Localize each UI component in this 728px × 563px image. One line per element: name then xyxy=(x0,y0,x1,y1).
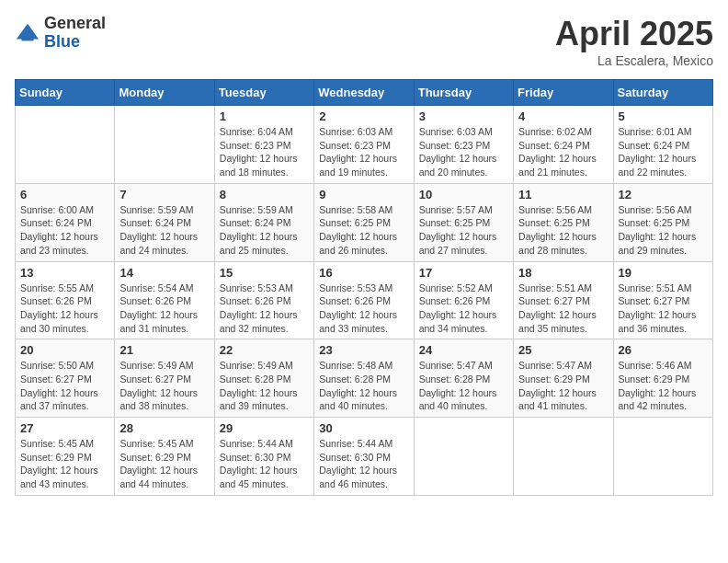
week-row-4: 20Sunrise: 5:50 AMSunset: 6:27 PMDayligh… xyxy=(16,339,713,418)
day-info: Sunrise: 5:46 AMSunset: 6:29 PMDaylight:… xyxy=(619,359,708,413)
day-number: 6 xyxy=(20,188,109,201)
day-info: Sunrise: 5:44 AMSunset: 6:30 PMDaylight:… xyxy=(319,437,408,491)
calendar-cell xyxy=(115,106,214,184)
logo-text: General Blue xyxy=(44,15,106,52)
calendar-cell: 27Sunrise: 5:45 AMSunset: 6:29 PMDayligh… xyxy=(16,418,115,496)
calendar-table: SundayMondayTuesdayWednesdayThursdayFrid… xyxy=(15,79,713,496)
day-number: 16 xyxy=(319,266,408,280)
day-info: Sunrise: 5:47 AMSunset: 6:29 PMDaylight:… xyxy=(518,359,608,413)
calendar-cell: 25Sunrise: 5:47 AMSunset: 6:29 PMDayligh… xyxy=(514,339,613,418)
day-info: Sunrise: 5:51 AMSunset: 6:27 PMDaylight:… xyxy=(518,282,608,336)
calendar-cell: 4Sunrise: 6:02 AMSunset: 6:24 PMDaylight… xyxy=(514,106,613,184)
calendar-cell: 6Sunrise: 6:00 AMSunset: 6:24 PMDaylight… xyxy=(16,183,115,261)
calendar-cell xyxy=(16,106,115,184)
day-info: Sunrise: 5:53 AMSunset: 6:26 PMDaylight:… xyxy=(220,282,309,336)
calendar-cell: 13Sunrise: 5:55 AMSunset: 6:26 PMDayligh… xyxy=(16,261,115,339)
day-number: 30 xyxy=(319,421,408,435)
calendar-cell: 1Sunrise: 6:04 AMSunset: 6:23 PMDaylight… xyxy=(214,106,313,184)
calendar-cell: 30Sunrise: 5:44 AMSunset: 6:30 PMDayligh… xyxy=(314,418,414,496)
weekday-header-monday: Monday xyxy=(115,80,214,106)
day-number: 12 xyxy=(619,188,708,201)
calendar-cell: 24Sunrise: 5:47 AMSunset: 6:28 PMDayligh… xyxy=(414,339,513,418)
calendar-cell: 17Sunrise: 5:52 AMSunset: 6:26 PMDayligh… xyxy=(414,261,513,339)
day-number: 28 xyxy=(119,421,209,435)
svg-rect-1 xyxy=(21,36,33,41)
day-info: Sunrise: 5:58 AMSunset: 6:25 PMDaylight:… xyxy=(319,203,408,258)
day-info: Sunrise: 5:55 AMSunset: 6:26 PMDaylight:… xyxy=(20,282,109,336)
day-info: Sunrise: 5:44 AMSunset: 6:30 PMDaylight:… xyxy=(220,437,309,491)
calendar-cell: 5Sunrise: 6:01 AMSunset: 6:24 PMDaylight… xyxy=(613,106,712,184)
calendar-cell: 20Sunrise: 5:50 AMSunset: 6:27 PMDayligh… xyxy=(16,339,115,418)
calendar-cell: 28Sunrise: 5:45 AMSunset: 6:29 PMDayligh… xyxy=(115,418,214,496)
day-info: Sunrise: 5:45 AMSunset: 6:29 PMDaylight:… xyxy=(20,437,109,491)
day-number: 23 xyxy=(319,343,408,357)
day-number: 5 xyxy=(619,109,708,123)
logo-general-text: General xyxy=(44,15,106,33)
day-info: Sunrise: 6:01 AMSunset: 6:24 PMDaylight:… xyxy=(619,125,708,179)
calendar-cell xyxy=(414,418,513,496)
day-number: 3 xyxy=(419,109,508,123)
day-number: 8 xyxy=(220,188,309,201)
weekday-header-wednesday: Wednesday xyxy=(314,80,414,106)
calendar-cell: 7Sunrise: 5:59 AMSunset: 6:24 PMDaylight… xyxy=(115,183,214,261)
day-number: 14 xyxy=(119,266,209,280)
day-number: 10 xyxy=(419,188,508,201)
calendar-cell: 8Sunrise: 5:59 AMSunset: 6:24 PMDaylight… xyxy=(214,183,313,261)
day-info: Sunrise: 6:03 AMSunset: 6:23 PMDaylight:… xyxy=(419,125,508,179)
day-number: 9 xyxy=(319,188,408,201)
day-info: Sunrise: 6:02 AMSunset: 6:24 PMDaylight:… xyxy=(518,125,608,179)
day-number: 17 xyxy=(419,266,508,280)
logo: General Blue xyxy=(15,15,106,52)
calendar-cell xyxy=(613,418,712,496)
day-info: Sunrise: 6:00 AMSunset: 6:24 PMDaylight:… xyxy=(20,203,109,258)
day-info: Sunrise: 5:49 AMSunset: 6:28 PMDaylight:… xyxy=(220,359,309,413)
day-number: 2 xyxy=(319,109,408,123)
week-row-1: 1Sunrise: 6:04 AMSunset: 6:23 PMDaylight… xyxy=(16,106,713,184)
calendar-cell: 23Sunrise: 5:48 AMSunset: 6:28 PMDayligh… xyxy=(314,339,414,418)
day-info: Sunrise: 5:51 AMSunset: 6:27 PMDaylight:… xyxy=(619,282,708,336)
calendar-cell: 9Sunrise: 5:58 AMSunset: 6:25 PMDaylight… xyxy=(314,183,414,261)
day-number: 24 xyxy=(419,343,508,357)
day-number: 19 xyxy=(619,266,708,280)
calendar-cell: 14Sunrise: 5:54 AMSunset: 6:26 PMDayligh… xyxy=(115,261,214,339)
day-info: Sunrise: 5:48 AMSunset: 6:28 PMDaylight:… xyxy=(319,359,408,413)
calendar-cell: 15Sunrise: 5:53 AMSunset: 6:26 PMDayligh… xyxy=(214,261,313,339)
calendar-cell: 11Sunrise: 5:56 AMSunset: 6:25 PMDayligh… xyxy=(514,183,613,261)
day-info: Sunrise: 5:45 AMSunset: 6:29 PMDaylight:… xyxy=(119,437,209,491)
day-number: 22 xyxy=(220,343,309,357)
logo-blue-text: Blue xyxy=(44,33,106,52)
calendar-cell: 16Sunrise: 5:53 AMSunset: 6:26 PMDayligh… xyxy=(314,261,414,339)
day-info: Sunrise: 5:56 AMSunset: 6:25 PMDaylight:… xyxy=(518,203,608,258)
day-number: 1 xyxy=(220,109,309,123)
weekday-header-thursday: Thursday xyxy=(414,80,513,106)
page-header: General Blue April 2025 La Escalera, Mex… xyxy=(15,15,713,68)
day-number: 18 xyxy=(518,266,608,280)
day-number: 4 xyxy=(518,109,608,123)
title-block: April 2025 La Escalera, Mexico xyxy=(555,15,713,68)
day-number: 27 xyxy=(20,421,109,435)
calendar-cell: 19Sunrise: 5:51 AMSunset: 6:27 PMDayligh… xyxy=(613,261,712,339)
day-info: Sunrise: 5:49 AMSunset: 6:27 PMDaylight:… xyxy=(119,359,209,413)
weekday-header-tuesday: Tuesday xyxy=(214,80,313,106)
day-info: Sunrise: 5:50 AMSunset: 6:27 PMDaylight:… xyxy=(20,359,109,413)
day-info: Sunrise: 5:54 AMSunset: 6:26 PMDaylight:… xyxy=(119,282,209,336)
weekday-header-saturday: Saturday xyxy=(613,80,712,106)
day-number: 25 xyxy=(518,343,608,357)
calendar-cell xyxy=(514,418,613,496)
calendar-cell: 2Sunrise: 6:03 AMSunset: 6:23 PMDaylight… xyxy=(314,106,414,184)
day-number: 7 xyxy=(119,188,209,201)
calendar-cell: 29Sunrise: 5:44 AMSunset: 6:30 PMDayligh… xyxy=(214,418,313,496)
day-number: 11 xyxy=(518,188,608,201)
day-info: Sunrise: 5:47 AMSunset: 6:28 PMDaylight:… xyxy=(419,359,508,413)
day-number: 21 xyxy=(119,343,209,357)
calendar-cell: 12Sunrise: 5:56 AMSunset: 6:25 PMDayligh… xyxy=(613,183,712,261)
weekday-header-friday: Friday xyxy=(514,80,613,106)
day-number: 15 xyxy=(220,266,309,280)
week-row-3: 13Sunrise: 5:55 AMSunset: 6:26 PMDayligh… xyxy=(16,261,713,339)
calendar-cell: 21Sunrise: 5:49 AMSunset: 6:27 PMDayligh… xyxy=(115,339,214,418)
calendar-cell: 22Sunrise: 5:49 AMSunset: 6:28 PMDayligh… xyxy=(214,339,313,418)
day-info: Sunrise: 5:59 AMSunset: 6:24 PMDaylight:… xyxy=(220,203,309,258)
calendar-cell: 18Sunrise: 5:51 AMSunset: 6:27 PMDayligh… xyxy=(514,261,613,339)
day-number: 13 xyxy=(20,266,109,280)
day-info: Sunrise: 6:03 AMSunset: 6:23 PMDaylight:… xyxy=(319,125,408,179)
